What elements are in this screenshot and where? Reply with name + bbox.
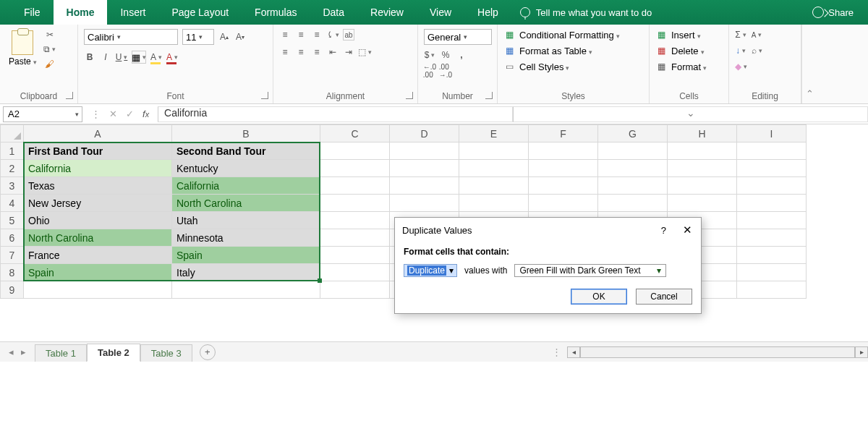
alignment-launcher-icon[interactable] xyxy=(406,92,413,99)
align-middle-icon[interactable]: ≡ xyxy=(295,29,307,41)
align-center-icon[interactable]: ≡ xyxy=(295,46,307,58)
orientation-icon[interactable]: ⤹ xyxy=(327,29,339,41)
number-launcher-icon[interactable] xyxy=(485,92,493,99)
tab-home[interactable]: Home xyxy=(54,0,108,25)
font-name-combo[interactable]: Calibri▾ xyxy=(84,29,178,45)
align-bottom-icon[interactable]: ≡ xyxy=(311,29,323,41)
wrap-text-icon[interactable]: ab xyxy=(343,29,354,41)
align-left-icon[interactable]: ≡ xyxy=(279,46,291,58)
fill-button[interactable]: ↓ xyxy=(735,45,746,56)
insert-cells-button[interactable]: ▦Insert xyxy=(655,29,701,41)
cell[interactable]: Texas xyxy=(24,177,172,195)
decrease-decimal-icon[interactable]: .00→.0 xyxy=(440,65,451,77)
underline-button[interactable]: U xyxy=(116,51,127,63)
italic-button[interactable]: I xyxy=(100,51,111,63)
borders-button[interactable]: ▦ xyxy=(132,51,146,64)
cell[interactable]: Spain xyxy=(24,264,172,281)
cell[interactable]: Italy xyxy=(172,264,320,281)
tab-data[interactable]: Data xyxy=(310,0,357,25)
cell[interactable]: Ohio xyxy=(24,212,172,229)
number-format-combo[interactable]: General▾ xyxy=(424,29,492,45)
format-cells-button[interactable]: ▦Format xyxy=(655,61,707,72)
cell[interactable]: New Jersey xyxy=(24,195,172,212)
formula-input[interactable]: California xyxy=(158,106,513,122)
paste-button[interactable]: Paste xyxy=(6,29,40,68)
row-header[interactable]: 3 xyxy=(1,177,24,195)
tab-split-handle[interactable]: ⋮ xyxy=(546,346,567,357)
dialog-mode-select[interactable]: Duplicate ▾ xyxy=(404,264,457,277)
merge-center-icon[interactable]: ⬚ xyxy=(359,46,370,58)
row-header[interactable]: 8 xyxy=(1,264,24,281)
row-header[interactable]: 1 xyxy=(1,142,24,160)
percent-icon[interactable]: % xyxy=(440,49,451,61)
cell[interactable]: First Band Tour xyxy=(24,142,172,160)
cancel-edit-icon[interactable]: ✕ xyxy=(109,109,117,119)
increase-decimal-icon[interactable]: ←.0.00 xyxy=(424,65,435,77)
cell[interactable]: France xyxy=(24,247,172,264)
cell[interactable]: California xyxy=(172,177,320,195)
dots-icon[interactable]: ⋮ xyxy=(91,109,101,119)
tab-view[interactable]: View xyxy=(417,0,464,25)
col-header-d[interactable]: D xyxy=(390,125,459,142)
dialog-ok-button[interactable]: OK xyxy=(571,289,627,305)
share-button[interactable]: Share xyxy=(812,7,854,18)
cell[interactable]: North Carolina xyxy=(24,229,172,247)
collapse-ribbon-icon[interactable]: ⌃ xyxy=(801,25,817,103)
cell[interactable]: Kentucky xyxy=(172,160,320,177)
row-header[interactable]: 5 xyxy=(1,212,24,229)
decrease-indent-icon[interactable]: ⇤ xyxy=(327,46,339,58)
col-header-b[interactable]: B xyxy=(172,125,320,142)
cell[interactable]: Second Band Tour xyxy=(172,142,320,160)
row-header[interactable]: 4 xyxy=(1,195,24,212)
row-header[interactable]: 9 xyxy=(1,281,24,299)
increase-font-icon[interactable]: A▴ xyxy=(218,31,230,43)
row-header[interactable]: 6 xyxy=(1,229,24,247)
increase-indent-icon[interactable]: ⇥ xyxy=(343,46,354,58)
font-launcher-icon[interactable] xyxy=(261,92,268,99)
col-header-i[interactable]: I xyxy=(737,125,807,142)
dialog-cancel-button[interactable]: Cancel xyxy=(636,289,692,305)
clear-button[interactable]: ◆ xyxy=(735,61,746,72)
tell-me-search[interactable]: Tell me what you want to do xyxy=(520,0,652,25)
tab-review[interactable]: Review xyxy=(357,0,417,25)
comma-icon[interactable]: , xyxy=(456,49,467,61)
tab-help[interactable]: Help xyxy=(464,0,511,25)
dialog-help-icon[interactable]: ? xyxy=(661,225,666,236)
cell[interactable]: California xyxy=(24,160,172,177)
cell[interactable]: Utah xyxy=(172,212,320,229)
copy-icon[interactable] xyxy=(44,43,56,55)
col-header-g[interactable]: G xyxy=(598,125,668,142)
cell-styles-button[interactable]: ▭Cell Styles xyxy=(503,61,569,72)
hscroll-track[interactable] xyxy=(580,346,855,358)
sheet-tab-2[interactable]: Table 2 xyxy=(87,344,140,362)
cell[interactable]: Minnesota xyxy=(172,229,320,247)
tab-page-layout[interactable]: Page Layout xyxy=(158,0,242,25)
fx-icon[interactable]: fx xyxy=(142,109,149,119)
sheet-nav-prev-icon[interactable]: ◂ xyxy=(9,346,14,357)
tab-insert[interactable]: Insert xyxy=(107,0,158,25)
bold-button[interactable]: B xyxy=(84,51,95,63)
decrease-font-icon[interactable]: A▾ xyxy=(234,31,246,43)
col-header-a[interactable]: A xyxy=(24,125,172,142)
autosum-button[interactable] xyxy=(735,29,746,41)
clipboard-launcher-icon[interactable] xyxy=(66,92,73,99)
new-sheet-button[interactable]: + xyxy=(200,344,216,360)
align-top-icon[interactable]: ≡ xyxy=(279,29,291,41)
cell[interactable]: Spain xyxy=(172,247,320,264)
sheet-tab-1[interactable]: Table 1 xyxy=(35,344,87,362)
col-header-c[interactable]: C xyxy=(320,125,390,142)
align-right-icon[interactable]: ≡ xyxy=(311,46,323,58)
row-header[interactable]: 7 xyxy=(1,247,24,264)
row-header[interactable]: 2 xyxy=(1,160,24,177)
col-header-h[interactable]: H xyxy=(668,125,737,142)
currency-icon[interactable]: $ xyxy=(424,49,435,61)
dialog-format-select[interactable]: Green Fill with Dark Green Text ▾ xyxy=(514,264,666,277)
font-size-combo[interactable]: 11▾ xyxy=(182,29,214,45)
font-color-button[interactable]: A xyxy=(166,51,178,63)
sheet-tab-3[interactable]: Table 3 xyxy=(140,344,192,362)
enter-edit-icon[interactable]: ✓ xyxy=(126,109,134,119)
format-painter-icon[interactable] xyxy=(44,58,56,69)
conditional-formatting-button[interactable]: ▦Conditional Formatting xyxy=(503,29,620,41)
tab-formulas[interactable]: Formulas xyxy=(242,0,310,25)
expand-formula-bar-icon[interactable]: ⌄ xyxy=(513,106,868,122)
